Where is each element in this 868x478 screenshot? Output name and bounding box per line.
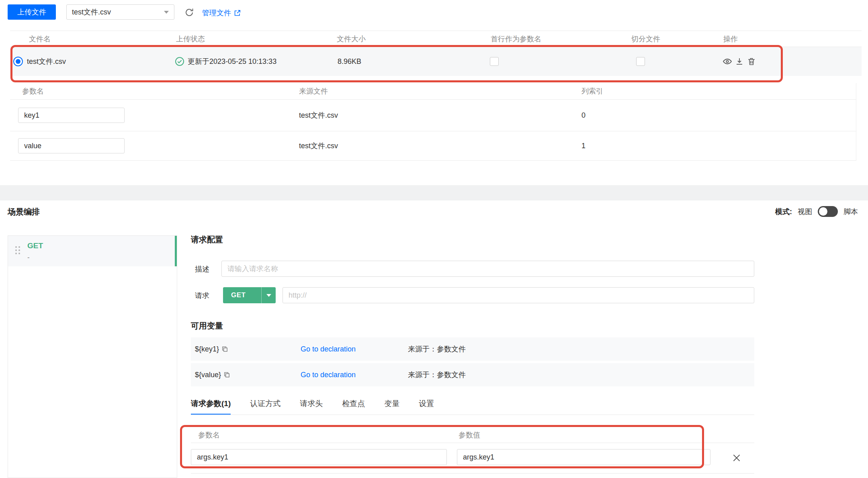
go-to-declaration-link[interactable]: Go to declaration [301,371,356,379]
method-select-value: GET [223,287,261,303]
col-file-size: 文件大小 [337,34,366,44]
external-link-icon [233,9,241,17]
parameter-table: 参数名 来源文件 列索引 test文件.csv 0 test文件.csv 1 [10,83,856,161]
method-select[interactable]: GET [223,287,276,303]
file-select-value: test文件.csv [72,7,111,17]
row-operations [723,57,756,66]
request-list-item[interactable]: GET - [8,236,177,266]
col-first-row-param: 首行作为参数名 [491,34,541,44]
request-method-label: GET [27,241,43,250]
selected-indicator-bar [175,236,177,266]
request-param-key-input[interactable] [191,449,447,465]
col-source-file: 来源文件 [299,86,328,96]
remove-param-icon[interactable] [731,453,742,463]
file-select-dropdown[interactable]: test文件.csv [66,4,174,20]
params-header-divider [191,443,754,443]
param-name-input[interactable] [18,138,125,153]
request-config-title: 请求配置 [191,234,223,245]
param-index: 0 [581,111,585,120]
delete-trash-icon[interactable] [747,57,756,66]
copy-icon[interactable] [221,346,228,353]
mode-switcher: 模式: 视图 脚本 [775,206,858,217]
request-detail-tabs: 请求参数(1) 认证方式 请求头 检查点 变量 设置 [191,398,434,415]
tab-settings[interactable]: 设置 [419,398,434,415]
param-index: 1 [581,142,585,150]
tab-variables[interactable]: 变量 [384,398,399,415]
col-split-file: 切分文件 [631,34,660,44]
chevron-down-icon [261,287,276,303]
mode-view-label[interactable]: 视图 [798,207,812,217]
request-param-value-input[interactable] [457,449,710,465]
variable-source: 来源于：参数文件 [408,344,466,354]
split-file-checkbox[interactable] [636,57,645,66]
col-request-param-name: 参数名 [198,430,220,440]
col-param-name: 参数名 [22,86,44,96]
preview-eye-icon[interactable] [723,57,732,66]
tab-auth[interactable]: 认证方式 [250,398,280,415]
variable-row: ${value} Go to declaration 来源于：参数文件 [191,363,754,386]
parameter-table-header: 参数名 来源文件 列索引 [10,83,856,100]
download-icon[interactable] [735,57,744,66]
col-file-name: 文件名 [29,34,51,44]
request-name-input[interactable] [221,261,754,277]
refresh-icon[interactable] [184,8,194,17]
param-source: test文件.csv [299,110,338,120]
parameter-row: test文件.csv 0 [10,100,856,131]
manage-files-link[interactable]: 管理文件 [202,8,241,18]
file-radio-selected[interactable] [13,57,23,66]
tabs-divider [191,415,754,415]
chevron-down-icon [164,11,169,14]
file-table-row[interactable]: test文件.csv 更新于2023-05-25 10:13:33 8.96KB [10,47,862,76]
description-label: 描述 [195,264,209,274]
mode-label: 模式: [775,207,792,217]
section-separator [0,185,868,200]
toggle-knob [819,207,827,216]
mode-script-label[interactable]: 脚本 [843,207,858,217]
available-variables-title: 可用变量 [191,321,223,331]
file-size-text: 8.96KB [338,57,361,66]
variable-name: ${value} [195,371,221,379]
copy-icon[interactable] [223,372,230,378]
col-request-param-value: 参数值 [459,430,480,440]
request-list-panel: GET - [8,235,177,478]
col-column-index: 列索引 [581,86,603,96]
drag-handle-icon[interactable] [15,246,20,254]
variable-source: 来源于：参数文件 [408,370,466,380]
request-label: 请求 [195,291,209,300]
parameter-row: test文件.csv 1 [10,131,856,161]
params-row-divider [191,473,754,474]
upload-file-button[interactable]: 上传文件 [8,4,56,20]
upload-status-text: 更新于2023-05-25 10:13:33 [188,57,276,66]
request-name-label: - [27,253,30,261]
go-to-declaration-link[interactable]: Go to declaration [301,345,356,353]
col-upload-status: 上传状态 [176,34,205,44]
first-row-param-checkbox[interactable] [490,57,499,66]
variable-name: ${key1} [195,345,219,353]
manage-files-label: 管理文件 [202,8,231,18]
col-operations: 操作 [723,34,738,44]
scene-section-title: 场景编排 [8,206,40,217]
param-name-input[interactable] [18,108,125,123]
tab-headers[interactable]: 请求头 [300,398,323,415]
tab-request-params[interactable]: 请求参数(1) [191,398,231,415]
request-url-input[interactable] [283,287,754,303]
file-name: test文件.csv [27,57,66,66]
param-source: test文件.csv [299,141,338,151]
variable-row: ${key1} Go to declaration 来源于：参数文件 [191,337,754,361]
mode-toggle[interactable] [818,206,838,217]
tab-checkpoints[interactable]: 检查点 [342,398,365,415]
file-table-header: 文件名 上传状态 文件大小 首行作为参数名 切分文件 操作 [10,31,862,47]
success-check-icon [175,57,184,68]
